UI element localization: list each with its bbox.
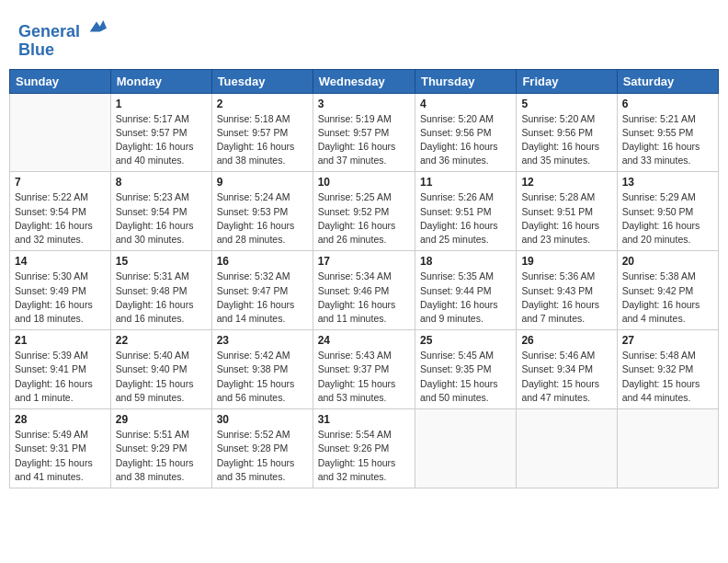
calendar-cell: 12Sunrise: 5:28 AM Sunset: 9:51 PM Dayli… — [517, 172, 617, 251]
day-info: Sunrise: 5:42 AM Sunset: 9:38 PM Dayligh… — [217, 349, 308, 405]
day-info: Sunrise: 5:49 AM Sunset: 9:31 PM Dayligh… — [15, 428, 106, 484]
calendar-week-row: 28Sunrise: 5:49 AM Sunset: 9:31 PM Dayli… — [10, 409, 719, 488]
day-info: Sunrise: 5:17 AM Sunset: 9:57 PM Dayligh… — [116, 112, 207, 168]
day-info: Sunrise: 5:34 AM Sunset: 9:46 PM Dayligh… — [318, 270, 410, 326]
column-header-friday: Friday — [517, 69, 617, 93]
day-info: Sunrise: 5:51 AM Sunset: 9:29 PM Dayligh… — [116, 428, 207, 484]
day-info: Sunrise: 5:43 AM Sunset: 9:37 PM Dayligh… — [318, 349, 410, 405]
svg-marker-0 — [90, 20, 107, 31]
calendar-week-row: 21Sunrise: 5:39 AM Sunset: 9:41 PM Dayli… — [10, 330, 719, 409]
calendar-cell: 3Sunrise: 5:19 AM Sunset: 9:57 PM Daylig… — [313, 93, 415, 172]
calendar-week-row: 14Sunrise: 5:30 AM Sunset: 9:49 PM Dayli… — [10, 251, 719, 330]
calendar-cell: 16Sunrise: 5:32 AM Sunset: 9:47 PM Dayli… — [211, 251, 313, 330]
calendar-cell — [415, 409, 516, 488]
logo-text: General — [18, 17, 107, 41]
day-info: Sunrise: 5:45 AM Sunset: 9:35 PM Dayligh… — [420, 349, 511, 405]
day-info: Sunrise: 5:26 AM Sunset: 9:51 PM Dayligh… — [420, 190, 511, 247]
calendar-cell: 25Sunrise: 5:45 AM Sunset: 9:35 PM Dayli… — [415, 330, 516, 409]
day-number: 23 — [217, 334, 308, 347]
calendar-cell: 27Sunrise: 5:48 AM Sunset: 9:32 PM Dayli… — [617, 330, 718, 409]
day-info: Sunrise: 5:23 AM Sunset: 9:54 PM Dayligh… — [116, 190, 207, 247]
day-number: 1 — [116, 98, 207, 110]
day-number: 13 — [622, 176, 713, 189]
calendar-cell: 8Sunrise: 5:23 AM Sunset: 9:54 PM Daylig… — [110, 172, 211, 251]
day-info: Sunrise: 5:29 AM Sunset: 9:50 PM Dayligh… — [622, 190, 713, 247]
day-number: 22 — [116, 334, 207, 347]
column-header-thursday: Thursday — [415, 69, 516, 93]
day-number: 3 — [318, 98, 410, 110]
day-number: 30 — [217, 413, 308, 426]
calendar-cell: 14Sunrise: 5:30 AM Sunset: 9:49 PM Dayli… — [10, 251, 111, 330]
calendar-cell: 23Sunrise: 5:42 AM Sunset: 9:38 PM Dayli… — [211, 330, 313, 409]
page-header: General Blue — [9, 9, 719, 63]
day-info: Sunrise: 5:52 AM Sunset: 9:28 PM Dayligh… — [217, 428, 308, 484]
calendar-cell: 24Sunrise: 5:43 AM Sunset: 9:37 PM Dayli… — [313, 330, 415, 409]
calendar-cell: 19Sunrise: 5:36 AM Sunset: 9:43 PM Dayli… — [517, 251, 617, 330]
column-header-saturday: Saturday — [617, 69, 718, 93]
calendar-header-row: SundayMondayTuesdayWednesdayThursdayFrid… — [10, 69, 719, 93]
logo-general: General — [18, 22, 80, 40]
day-number: 16 — [217, 255, 308, 268]
column-header-sunday: Sunday — [10, 69, 111, 93]
day-number: 14 — [15, 255, 106, 268]
calendar-cell — [517, 409, 617, 488]
day-number: 24 — [318, 334, 410, 347]
day-number: 26 — [521, 334, 611, 347]
day-number: 20 — [622, 255, 713, 268]
logo: General Blue — [18, 17, 107, 60]
calendar-cell: 15Sunrise: 5:31 AM Sunset: 9:48 PM Dayli… — [110, 251, 211, 330]
calendar-cell: 30Sunrise: 5:52 AM Sunset: 9:28 PM Dayli… — [211, 409, 313, 488]
day-number: 25 — [420, 334, 511, 347]
logo-bird-icon — [86, 17, 107, 37]
calendar-cell: 6Sunrise: 5:21 AM Sunset: 9:55 PM Daylig… — [617, 93, 718, 172]
day-info: Sunrise: 5:19 AM Sunset: 9:57 PM Dayligh… — [318, 112, 410, 168]
day-info: Sunrise: 5:31 AM Sunset: 9:48 PM Dayligh… — [116, 270, 207, 326]
day-number: 12 — [521, 176, 611, 189]
day-number: 11 — [420, 176, 511, 189]
calendar-cell: 4Sunrise: 5:20 AM Sunset: 9:56 PM Daylig… — [415, 93, 516, 172]
day-info: Sunrise: 5:40 AM Sunset: 9:40 PM Dayligh… — [116, 349, 207, 405]
day-info: Sunrise: 5:28 AM Sunset: 9:51 PM Dayligh… — [521, 190, 611, 247]
logo-blue: Blue — [18, 41, 107, 60]
day-number: 21 — [15, 334, 106, 347]
calendar-cell — [617, 409, 718, 488]
column-header-monday: Monday — [110, 69, 211, 93]
day-number: 2 — [217, 98, 308, 110]
day-number: 28 — [15, 413, 106, 426]
day-info: Sunrise: 5:20 AM Sunset: 9:56 PM Dayligh… — [521, 112, 611, 168]
calendar-cell: 5Sunrise: 5:20 AM Sunset: 9:56 PM Daylig… — [517, 93, 617, 172]
calendar-cell: 28Sunrise: 5:49 AM Sunset: 9:31 PM Dayli… — [10, 409, 111, 488]
day-info: Sunrise: 5:22 AM Sunset: 9:54 PM Dayligh… — [15, 190, 106, 247]
day-info: Sunrise: 5:35 AM Sunset: 9:44 PM Dayligh… — [420, 270, 511, 326]
day-number: 10 — [318, 176, 410, 189]
day-number: 7 — [15, 176, 106, 189]
calendar-cell: 26Sunrise: 5:46 AM Sunset: 9:34 PM Dayli… — [517, 330, 617, 409]
calendar-table: SundayMondayTuesdayWednesdayThursdayFrid… — [9, 69, 719, 488]
calendar-cell: 7Sunrise: 5:22 AM Sunset: 9:54 PM Daylig… — [10, 172, 111, 251]
day-info: Sunrise: 5:46 AM Sunset: 9:34 PM Dayligh… — [521, 349, 611, 405]
column-header-wednesday: Wednesday — [313, 69, 415, 93]
day-number: 29 — [116, 413, 207, 426]
calendar-week-row: 7Sunrise: 5:22 AM Sunset: 9:54 PM Daylig… — [10, 172, 719, 251]
column-header-tuesday: Tuesday — [211, 69, 313, 93]
calendar-cell: 11Sunrise: 5:26 AM Sunset: 9:51 PM Dayli… — [415, 172, 516, 251]
calendar-cell: 21Sunrise: 5:39 AM Sunset: 9:41 PM Dayli… — [10, 330, 111, 409]
calendar-cell: 29Sunrise: 5:51 AM Sunset: 9:29 PM Dayli… — [110, 409, 211, 488]
day-number: 15 — [116, 255, 207, 268]
calendar-cell: 9Sunrise: 5:24 AM Sunset: 9:53 PM Daylig… — [211, 172, 313, 251]
calendar-cell: 13Sunrise: 5:29 AM Sunset: 9:50 PM Dayli… — [617, 172, 718, 251]
day-number: 27 — [622, 334, 713, 347]
day-info: Sunrise: 5:20 AM Sunset: 9:56 PM Dayligh… — [420, 112, 511, 168]
calendar-week-row: 1Sunrise: 5:17 AM Sunset: 9:57 PM Daylig… — [10, 93, 719, 172]
calendar-cell: 22Sunrise: 5:40 AM Sunset: 9:40 PM Dayli… — [110, 330, 211, 409]
day-info: Sunrise: 5:30 AM Sunset: 9:49 PM Dayligh… — [15, 270, 106, 326]
day-info: Sunrise: 5:25 AM Sunset: 9:52 PM Dayligh… — [318, 190, 410, 247]
calendar-cell: 20Sunrise: 5:38 AM Sunset: 9:42 PM Dayli… — [617, 251, 718, 330]
day-info: Sunrise: 5:54 AM Sunset: 9:26 PM Dayligh… — [318, 428, 410, 484]
day-number: 5 — [521, 98, 611, 110]
calendar-cell — [10, 93, 111, 172]
calendar-cell: 17Sunrise: 5:34 AM Sunset: 9:46 PM Dayli… — [313, 251, 415, 330]
day-number: 19 — [521, 255, 611, 268]
day-info: Sunrise: 5:48 AM Sunset: 9:32 PM Dayligh… — [622, 349, 713, 405]
day-info: Sunrise: 5:38 AM Sunset: 9:42 PM Dayligh… — [622, 270, 713, 326]
